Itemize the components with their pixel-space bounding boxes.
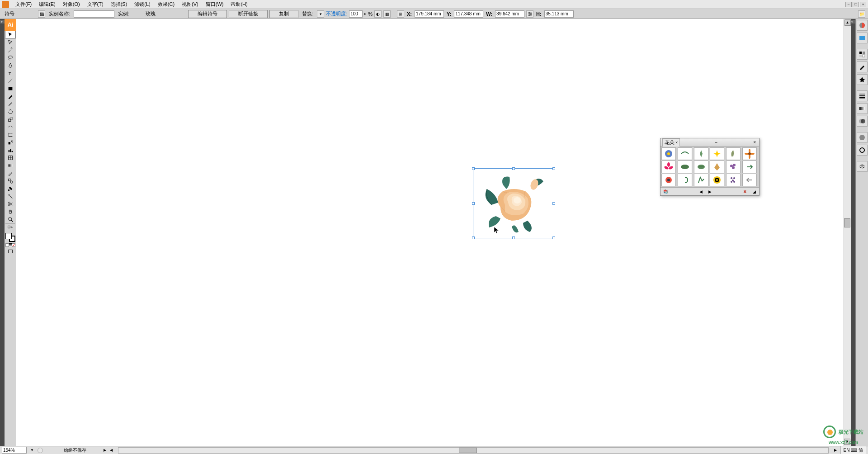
h-input[interactable] <box>544 10 574 18</box>
live-paint-tool[interactable] <box>5 184 16 192</box>
right-collapse-strip[interactable]: ◂ <box>851 19 855 446</box>
vertical-scrollbar[interactable]: ▲ ▼ <box>844 19 851 446</box>
duplicate-button[interactable]: 复制 <box>269 10 298 18</box>
canvas[interactable] <box>16 19 844 446</box>
selection-handle[interactable] <box>552 167 555 170</box>
graphic-styles-panel-icon[interactable] <box>857 145 868 156</box>
control-menu-icon[interactable]: 📁 <box>858 10 865 18</box>
menu-select[interactable]: 选择(S) <box>107 0 131 9</box>
symbol-thumbnail[interactable] <box>726 147 741 160</box>
edit-symbol-button[interactable]: 编辑符号 <box>188 10 227 18</box>
document-setup-icon[interactable]: ▦ <box>383 10 391 18</box>
symbol-thumbnail[interactable] <box>661 174 676 186</box>
warp-tool[interactable] <box>5 123 16 131</box>
left-collapse-strip[interactable]: ▸ <box>0 19 5 446</box>
toggle-fill-stroke[interactable] <box>5 224 16 232</box>
column-graph-tool[interactable] <box>5 146 16 154</box>
screen-mode-button[interactable] <box>5 247 16 255</box>
symbol-thumbnail[interactable] <box>694 147 708 160</box>
scroll-thumb[interactable] <box>844 218 850 227</box>
selection-handle[interactable] <box>512 236 515 239</box>
symbol-thumbnail[interactable] <box>742 161 757 173</box>
free-transform-tool[interactable] <box>5 131 16 138</box>
reference-point-icon[interactable]: ⊞ <box>397 10 404 18</box>
menu-edit[interactable]: 编辑(E) <box>35 0 59 9</box>
selected-object[interactable] <box>473 168 554 238</box>
scroll-thumb[interactable] <box>459 448 477 453</box>
zoom-tool[interactable] <box>5 215 16 223</box>
tab-close-icon[interactable]: × <box>675 140 678 145</box>
close-button[interactable]: × <box>860 2 866 7</box>
symbol-thumbnail[interactable] <box>694 161 708 173</box>
status-arrow-icon[interactable]: ▶ <box>104 448 106 452</box>
selection-handle[interactable] <box>512 167 515 170</box>
line-tool[interactable] <box>5 77 16 85</box>
lasso-tool[interactable] <box>5 54 16 61</box>
prev-icon[interactable]: ◀ <box>698 189 704 195</box>
symbol-thumbnail[interactable] <box>710 147 724 160</box>
panel-minimize-icon[interactable]: – <box>713 140 719 145</box>
y-input[interactable] <box>454 10 483 18</box>
opacity-arrow-icon[interactable]: ▸ <box>364 12 366 16</box>
opacity-input[interactable] <box>349 10 363 18</box>
swatches-panel-icon[interactable] <box>857 49 868 60</box>
symbol-sprayer-tool[interactable] <box>5 138 16 146</box>
layers-panel-icon[interactable] <box>857 161 868 172</box>
rose-symbol-instance[interactable] <box>480 173 548 234</box>
symbol-thumbnail[interactable] <box>726 174 741 186</box>
minimize-button[interactable]: – <box>845 2 852 7</box>
gradient-panel-icon[interactable] <box>857 103 868 114</box>
symbol-thumbnail[interactable] <box>661 147 676 160</box>
rotate-tool[interactable] <box>5 108 16 115</box>
menu-effect[interactable]: 效果(C) <box>154 0 178 9</box>
menu-object[interactable]: 对象(O) <box>59 0 84 9</box>
color-mode-strip[interactable] <box>5 243 15 247</box>
symbol-thumbnail[interactable] <box>661 161 676 173</box>
language-indicator[interactable]: EN ⌨ 简 <box>840 446 866 454</box>
transparency-panel-icon[interactable] <box>857 116 868 127</box>
opacity-link[interactable]: 不透明度: <box>326 10 347 17</box>
symbol-thumbnail[interactable] <box>710 161 724 173</box>
maximize-button[interactable]: □ <box>853 2 859 7</box>
break-link-button[interactable]: 断开链接 <box>229 10 268 18</box>
rectangle-tool[interactable] <box>5 85 16 92</box>
symbol-thumbnail[interactable] <box>678 161 692 173</box>
selection-handle[interactable] <box>472 236 475 239</box>
symbol-thumbnail[interactable] <box>726 161 741 173</box>
symbol-thumbnail[interactable] <box>694 174 708 186</box>
zoom-dropdown-icon[interactable]: ▼ <box>30 448 34 452</box>
selection-handle[interactable] <box>552 202 555 205</box>
stroke-panel-icon[interactable] <box>857 90 868 101</box>
horizontal-scrollbar[interactable] <box>118 447 829 454</box>
paintbrush-tool[interactable] <box>5 92 16 100</box>
slice-tool[interactable] <box>5 192 16 200</box>
appearance-panel-icon[interactable] <box>857 132 868 143</box>
menu-filter[interactable]: 滤镜(L) <box>131 0 154 9</box>
hand-tool[interactable] <box>5 208 16 215</box>
direct-selection-tool[interactable] <box>5 38 16 46</box>
canvas-area[interactable]: ▲ ▼ <box>16 19 851 446</box>
type-tool[interactable]: T <box>5 69 16 77</box>
zoom-input[interactable] <box>2 447 27 454</box>
symbol-libraries-icon[interactable]: 📚 <box>662 189 669 195</box>
panel-resize-icon[interactable]: ◢ <box>751 189 757 195</box>
menu-type[interactable]: 文字(T) <box>84 0 107 9</box>
scissors-tool[interactable] <box>5 200 16 208</box>
menu-file[interactable]: 文件(F) <box>12 0 35 9</box>
menu-window[interactable]: 窗口(W) <box>202 0 227 9</box>
x-input[interactable] <box>415 10 444 18</box>
blend-tool[interactable] <box>5 177 16 184</box>
symbols-panel-icon[interactable] <box>857 74 868 85</box>
symbol-thumbnail[interactable] <box>710 174 724 186</box>
selection-tool[interactable] <box>5 31 16 38</box>
panel-tab[interactable]: 花朵 × <box>662 138 680 147</box>
panel-header[interactable]: 花朵 × – × <box>660 138 759 147</box>
gradient-tool[interactable] <box>5 161 16 169</box>
w-input[interactable] <box>495 10 524 18</box>
symbols-floating-panel[interactable]: 花朵 × – × 📚 ◀ ▶ ✖ ◢ <box>660 138 760 196</box>
selection-handle[interactable] <box>472 167 475 170</box>
scroll-up-arrow[interactable]: ▲ <box>844 19 851 26</box>
selection-handle[interactable] <box>472 202 475 205</box>
magic-wand-tool[interactable] <box>5 46 16 54</box>
selection-handle[interactable] <box>552 236 555 239</box>
